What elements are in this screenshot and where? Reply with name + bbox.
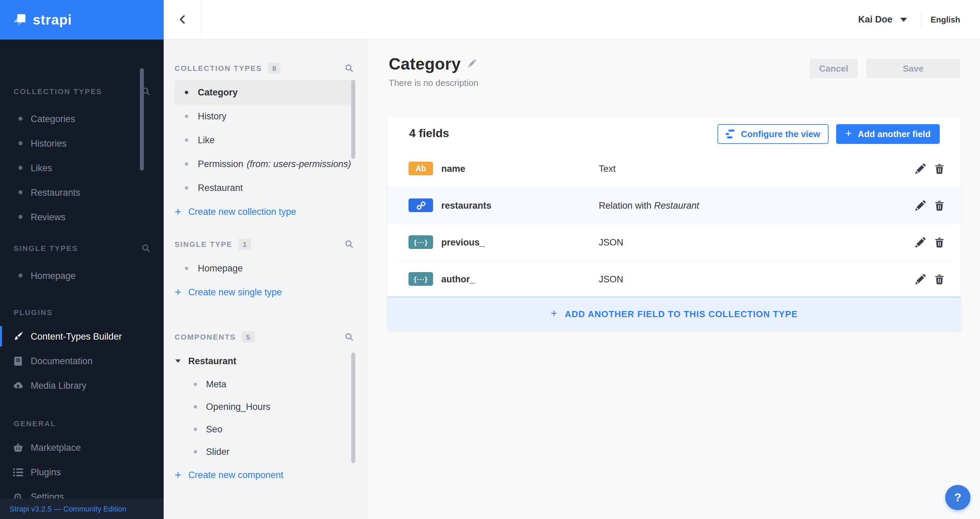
- text-field-badge: Ab: [409, 162, 433, 175]
- single-item-homepage[interactable]: Homepage: [175, 256, 355, 280]
- section-title: SINGLE TYPE: [175, 240, 232, 248]
- add-another-field-button[interactable]: + Add another field: [836, 124, 940, 143]
- field-name: previous_: [441, 237, 599, 247]
- plus-icon: +: [175, 287, 181, 298]
- collection-item-history[interactable]: History: [175, 104, 355, 128]
- configure-view-button[interactable]: Configure the view: [718, 124, 829, 143]
- delete-trash-icon[interactable]: [934, 274, 945, 284]
- delete-trash-icon[interactable]: [934, 163, 945, 174]
- create-component-link[interactable]: +Create new component: [164, 463, 368, 487]
- bullet-icon: [185, 162, 188, 166]
- sidebar-item-categories[interactable]: Categories: [0, 107, 164, 131]
- component-group-restaurant[interactable]: Restaurant: [164, 349, 368, 373]
- help-button[interactable]: ?: [945, 485, 970, 510]
- item-label: Homepage: [198, 263, 243, 274]
- bullet-icon: [194, 405, 197, 409]
- fields-card: 4 fields Configure the view + Add anothe…: [387, 117, 961, 330]
- topbar-right: Kai Doe English: [858, 11, 960, 28]
- item-label: Categories: [31, 113, 75, 124]
- search-icon[interactable]: [142, 244, 150, 252]
- edit-pencil-icon[interactable]: [915, 200, 926, 210]
- app-footer: Strapi v3.2.5 — Community Edition: [0, 498, 164, 519]
- field-row-name[interactable]: Ab name Text: [387, 150, 961, 187]
- edit-pencil-icon[interactable]: [915, 274, 926, 284]
- item-label: History: [198, 111, 226, 121]
- plus-icon: +: [550, 307, 557, 320]
- save-button[interactable]: Save: [866, 59, 960, 78]
- section-title: SINGLE TYPES: [14, 244, 78, 252]
- create-collection-type-link[interactable]: +Create new collection type: [164, 200, 368, 224]
- divider: [920, 11, 921, 28]
- item-label: Marketplace: [31, 442, 81, 452]
- collection-item-category[interactable]: Category: [175, 81, 355, 104]
- component-item-seo[interactable]: Seo: [164, 418, 368, 441]
- item-label: Homepage: [31, 271, 76, 281]
- bullet-icon: [18, 190, 22, 194]
- link-label: Create new component: [188, 470, 283, 480]
- field-row-author[interactable]: {···} author_ JSON: [387, 261, 961, 297]
- paintbrush-icon: [12, 331, 23, 342]
- collection-item-permission[interactable]: Permission(from: users-permissions): [175, 152, 355, 176]
- sidebar-item-documentation[interactable]: Documentation: [0, 349, 164, 373]
- section-general: GENERAL: [0, 418, 164, 429]
- add-field-to-collection-cta[interactable]: + ADD ANOTHER FIELD TO THIS COLLECTION T…: [387, 297, 961, 330]
- item-label: Meta: [206, 379, 226, 389]
- bullet-icon: [18, 274, 22, 277]
- components-list-scrollbar[interactable]: [351, 353, 355, 463]
- field-name: restaurants: [441, 200, 599, 210]
- edit-pencil-icon[interactable]: [915, 163, 926, 174]
- edit-pencil-icon[interactable]: [915, 237, 926, 247]
- field-row-restaurants[interactable]: restaurants Relation with Restaurant: [387, 187, 961, 224]
- fields-card-header: 4 fields Configure the view + Add anothe…: [387, 117, 961, 150]
- sidebar-item-media-library[interactable]: Media Library: [0, 373, 164, 398]
- page-subtitle: There is no description: [389, 78, 479, 88]
- delete-trash-icon[interactable]: [934, 200, 945, 210]
- bullet-icon: [185, 139, 188, 142]
- create-single-type-link[interactable]: +Create new single type: [164, 280, 368, 304]
- component-item-meta[interactable]: Meta: [164, 373, 368, 396]
- sidebar-item-marketplace[interactable]: Marketplace: [0, 435, 164, 460]
- plus-icon: +: [845, 127, 852, 140]
- search-icon[interactable]: [345, 333, 353, 341]
- field-row-previous[interactable]: {···} previous_ JSON: [387, 224, 961, 261]
- collection-item-restaurant[interactable]: Restaurant: [175, 176, 355, 200]
- sidebar-item-reviews[interactable]: Reviews: [0, 205, 164, 229]
- count-badge: 5: [242, 331, 255, 342]
- sidebar-item-histories[interactable]: Histories: [0, 131, 164, 156]
- collection-types-header: COLLECTION TYPES 8: [164, 63, 368, 74]
- search-icon[interactable]: [345, 64, 353, 72]
- main-content: Category There is no description Cancel …: [368, 40, 980, 519]
- plus-icon: +: [175, 469, 181, 481]
- language-selector[interactable]: English: [931, 15, 960, 24]
- sidebar-item-plugins[interactable]: Plugins: [0, 460, 164, 484]
- sidebar-item-content-types-builder[interactable]: Content-Types Builder: [0, 324, 164, 349]
- fields-count: 4 fields: [409, 127, 449, 140]
- strapi-admin: strapi COLLECTION TYPES Categories Histo…: [0, 0, 980, 519]
- button-label: Add another field: [858, 129, 931, 139]
- sidebar-item-likes[interactable]: Likes: [0, 156, 164, 180]
- back-button[interactable]: [164, 0, 201, 39]
- header-actions: Cancel Save: [810, 59, 960, 78]
- version-link[interactable]: Strapi v3.2.5 — Community Edition: [10, 505, 126, 513]
- user-name: Kai Doe: [858, 14, 893, 25]
- component-item-opening-hours[interactable]: Opening_Hours: [164, 396, 368, 418]
- section-title: COLLECTION TYPES: [14, 87, 102, 96]
- sidebar-item-homepage[interactable]: Homepage: [0, 263, 164, 288]
- user-menu[interactable]: Kai Doe: [858, 14, 907, 25]
- item-label: Media Library: [31, 380, 87, 390]
- app-sidebar-scrollbar[interactable]: [140, 68, 144, 170]
- edit-title-pencil-icon[interactable]: [468, 59, 477, 69]
- bullet-icon: [194, 450, 197, 454]
- cancel-button[interactable]: Cancel: [810, 59, 858, 78]
- collection-list-scrollbar[interactable]: [351, 80, 355, 159]
- sidebar-item-restaurants[interactable]: Restaurants: [0, 180, 164, 205]
- field-type: JSON: [599, 274, 623, 284]
- delete-trash-icon[interactable]: [934, 237, 945, 247]
- list-icon: [12, 466, 23, 478]
- section-title: GENERAL: [14, 419, 56, 428]
- search-icon[interactable]: [345, 240, 353, 248]
- item-label: Reviews: [31, 212, 65, 222]
- component-item-slider[interactable]: Slider: [164, 441, 368, 463]
- collection-item-like[interactable]: Like: [175, 128, 355, 152]
- strapi-logo[interactable]: strapi: [0, 0, 164, 40]
